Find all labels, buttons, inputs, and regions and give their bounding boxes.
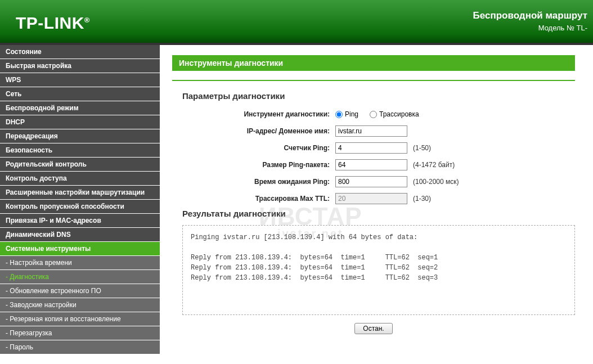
sidebar-item[interactable]: - Пароль xyxy=(0,340,160,354)
sidebar-item[interactable]: - Перезагрузка xyxy=(0,326,160,340)
hint-timeout: (100-2000 мск) xyxy=(413,178,459,186)
input-count[interactable] xyxy=(335,142,407,154)
hint-count: (1-50) xyxy=(413,144,431,152)
input-size[interactable] xyxy=(335,159,407,170)
sidebar-item[interactable]: Привязка IP- и MAC-адресов xyxy=(0,214,160,228)
radio-trace-label[interactable]: Трассировка xyxy=(370,110,419,118)
row-size: Размер Ping-пакета: (4-1472 байт) xyxy=(172,158,575,172)
sidebar-item[interactable]: WPS xyxy=(0,73,160,87)
sidebar-item[interactable]: - Обновление встроенного ПО xyxy=(0,284,160,298)
results-output: Pinging ivstar.ru [213.108.139.4] with 6… xyxy=(182,225,575,315)
label-count: Счетчик Ping: xyxy=(172,144,335,152)
radio-trace-text: Трассировка xyxy=(379,110,419,118)
input-ttl xyxy=(335,193,407,204)
input-timeout[interactable] xyxy=(335,176,407,187)
radio-ping-text: Ping xyxy=(345,110,358,118)
sidebar-item[interactable]: Состояние xyxy=(0,45,160,59)
label-ip: IP-адрес/ Доменное имя: xyxy=(172,127,335,135)
product-model: Модель № TL- xyxy=(473,24,587,32)
sidebar-item[interactable]: Динамический DNS xyxy=(0,228,160,242)
section-results-title: Результаты диагностики xyxy=(182,209,575,218)
registered-mark: ® xyxy=(84,16,90,24)
label-size: Размер Ping-пакета: xyxy=(172,161,335,169)
sidebar-item[interactable]: Расширенные настройки маршрутизации xyxy=(0,186,160,200)
sidebar-nav: СостояниеБыстрая настройкаWPSСетьБеспров… xyxy=(0,45,160,354)
row-tool: Инструмент диагностики: Ping Трассировка xyxy=(172,107,575,121)
sidebar-item[interactable]: - Резервная копия и восстановление xyxy=(0,312,160,326)
sidebar-item[interactable]: Контроль доступа xyxy=(0,172,160,186)
button-row: Остан. xyxy=(172,323,575,334)
section-params-title: Параметры диагностики xyxy=(182,91,575,101)
label-timeout: Время ожидания Ping: xyxy=(172,178,335,186)
radio-ping[interactable] xyxy=(335,111,343,118)
header-banner: TP-LINK® Беспроводной маршрут Модель № T… xyxy=(0,0,593,45)
label-ttl: Трассировка Max TTL: xyxy=(172,195,335,203)
sidebar-item[interactable]: Безопасность xyxy=(0,143,160,158)
row-ip: IP-адрес/ Доменное имя: xyxy=(172,124,575,138)
sidebar-item[interactable]: Контроль пропускной способности xyxy=(0,200,160,214)
row-count: Счетчик Ping: (1-50) xyxy=(172,141,575,155)
sidebar-item[interactable]: Беспроводной режим xyxy=(0,101,160,115)
sidebar-item[interactable]: Переадресация xyxy=(0,129,160,143)
input-ip[interactable] xyxy=(335,125,407,137)
label-tool: Инструмент диагностики: xyxy=(172,110,335,118)
sidebar-item[interactable]: - Заводские настройки xyxy=(0,298,160,312)
radio-ping-label[interactable]: Ping xyxy=(335,110,358,118)
sidebar-item[interactable]: Сеть xyxy=(0,87,160,101)
brand-logo: TP-LINK® xyxy=(16,14,90,33)
brand-text: TP-LINK xyxy=(16,14,84,32)
stop-button[interactable]: Остан. xyxy=(354,323,392,334)
sidebar-item[interactable]: - Диагностика xyxy=(0,270,160,284)
hint-ttl: (1-30) xyxy=(413,195,431,203)
sidebar-item[interactable]: Системные инструменты xyxy=(0,242,160,256)
row-ttl: Трассировка Max TTL: (1-30) xyxy=(172,192,575,205)
row-timeout: Время ожидания Ping: (100-2000 мск) xyxy=(172,175,575,188)
main-content: Инструменты диагностики Параметры диагно… xyxy=(160,45,587,354)
hint-size: (4-1472 байт) xyxy=(413,161,455,169)
sidebar-item[interactable]: Родительский контроль xyxy=(0,158,160,172)
page-title: Инструменты диагностики xyxy=(172,55,575,71)
radio-trace[interactable] xyxy=(370,111,377,118)
title-divider xyxy=(172,80,575,81)
product-info: Беспроводной маршрут Модель № TL- xyxy=(473,10,587,32)
sidebar-item[interactable]: DHCP xyxy=(0,115,160,129)
sidebar-item[interactable]: - Настройка времени xyxy=(0,256,160,270)
sidebar-item[interactable]: Быстрая настройка xyxy=(0,59,160,73)
product-title: Беспроводной маршрут xyxy=(473,10,587,21)
